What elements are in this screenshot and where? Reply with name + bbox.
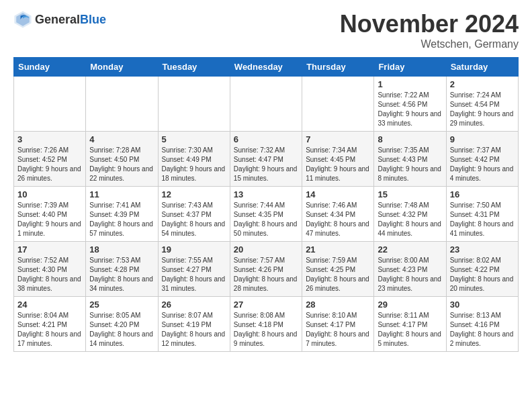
day-number: 12 [162,189,226,199]
calendar-week-2: 3Sunrise: 7:26 AM Sunset: 4:52 PM Daylig… [14,132,519,187]
calendar-table: Sunday Monday Tuesday Wednesday Thursday… [13,57,519,352]
table-row: 19Sunrise: 7:55 AM Sunset: 4:27 PM Dayli… [158,242,230,297]
day-info: Sunrise: 7:35 AM Sunset: 4:43 PM Dayligh… [378,146,442,183]
table-row: 15Sunrise: 7:48 AM Sunset: 4:32 PM Dayli… [374,187,446,242]
month-title: November 2024 [340,10,519,38]
table-row: 6Sunrise: 7:32 AM Sunset: 4:47 PM Daylig… [230,132,302,187]
table-row: 26Sunrise: 8:07 AM Sunset: 4:19 PM Dayli… [158,297,230,352]
day-number: 16 [450,189,515,199]
logo-text: General Blue [35,13,106,27]
page-container: General Blue November 2024 Wetschen, Ger… [0,0,532,359]
day-info: Sunrise: 7:55 AM Sunset: 4:27 PM Dayligh… [162,256,226,293]
day-info: Sunrise: 8:07 AM Sunset: 4:19 PM Dayligh… [162,311,226,349]
day-info: Sunrise: 7:53 AM Sunset: 4:28 PM Dayligh… [89,256,154,293]
day-info: Sunrise: 8:11 AM Sunset: 4:17 PM Dayligh… [378,311,442,349]
day-number: 5 [162,134,226,144]
day-number: 30 [450,300,515,310]
header-friday: Friday [374,58,446,77]
header-wednesday: Wednesday [230,58,302,77]
day-info: Sunrise: 7:59 AM Sunset: 4:25 PM Dayligh… [306,256,370,293]
calendar-week-3: 10Sunrise: 7:39 AM Sunset: 4:40 PM Dayli… [14,187,519,242]
table-row: 22Sunrise: 8:00 AM Sunset: 4:23 PM Dayli… [374,242,446,297]
day-number: 7 [306,134,370,144]
day-number: 23 [450,244,515,255]
day-info: Sunrise: 7:30 AM Sunset: 4:49 PM Dayligh… [162,146,226,183]
day-info: Sunrise: 7:57 AM Sunset: 4:26 PM Dayligh… [234,256,298,293]
table-row: 18Sunrise: 7:53 AM Sunset: 4:28 PM Dayli… [86,242,158,297]
day-info: Sunrise: 8:08 AM Sunset: 4:18 PM Dayligh… [234,311,298,349]
logo-icon [13,10,32,29]
table-row: 29Sunrise: 8:11 AM Sunset: 4:17 PM Dayli… [374,297,446,352]
day-info: Sunrise: 7:41 AM Sunset: 4:39 PM Dayligh… [89,201,154,238]
calendar-body: 1Sunrise: 7:22 AM Sunset: 4:56 PM Daylig… [14,77,519,352]
table-row: 8Sunrise: 7:35 AM Sunset: 4:43 PM Daylig… [374,132,446,187]
table-row: 20Sunrise: 7:57 AM Sunset: 4:26 PM Dayli… [230,242,302,297]
table-row: 4Sunrise: 7:28 AM Sunset: 4:50 PM Daylig… [86,132,158,187]
table-row: 28Sunrise: 8:10 AM Sunset: 4:17 PM Dayli… [302,297,374,352]
day-info: Sunrise: 7:28 AM Sunset: 4:50 PM Dayligh… [89,146,154,183]
day-info: Sunrise: 7:37 AM Sunset: 4:42 PM Dayligh… [450,146,515,183]
day-number: 19 [162,244,226,255]
table-row: 30Sunrise: 8:13 AM Sunset: 4:16 PM Dayli… [446,297,518,352]
table-row: 7Sunrise: 7:34 AM Sunset: 4:45 PM Daylig… [302,132,374,187]
day-number: 3 [17,134,82,144]
table-row [14,77,86,132]
day-info: Sunrise: 7:34 AM Sunset: 4:45 PM Dayligh… [306,146,370,183]
header: General Blue November 2024 Wetschen, Ger… [13,10,519,50]
table-row [86,77,158,132]
day-number: 1 [378,79,442,89]
day-number: 15 [378,189,442,199]
day-number: 14 [306,189,370,199]
day-number: 20 [234,244,298,255]
table-row: 11Sunrise: 7:41 AM Sunset: 4:39 PM Dayli… [86,187,158,242]
day-number: 8 [378,134,442,144]
day-info: Sunrise: 8:10 AM Sunset: 4:17 PM Dayligh… [306,311,370,349]
table-row: 10Sunrise: 7:39 AM Sunset: 4:40 PM Dayli… [14,187,86,242]
day-number: 4 [89,134,154,144]
table-row: 21Sunrise: 7:59 AM Sunset: 4:25 PM Dayli… [302,242,374,297]
day-number: 21 [306,244,370,255]
calendar-week-1: 1Sunrise: 7:22 AM Sunset: 4:56 PM Daylig… [14,77,519,132]
day-number: 29 [378,300,442,310]
day-number: 13 [234,189,298,199]
day-info: Sunrise: 8:04 AM Sunset: 4:21 PM Dayligh… [17,311,82,349]
table-row: 17Sunrise: 7:52 AM Sunset: 4:30 PM Dayli… [14,242,86,297]
day-number: 2 [450,79,515,89]
day-number: 24 [17,300,82,310]
day-info: Sunrise: 8:00 AM Sunset: 4:23 PM Dayligh… [378,256,442,293]
logo-general: General [35,13,80,27]
day-number: 26 [162,300,226,310]
table-row: 14Sunrise: 7:46 AM Sunset: 4:34 PM Dayli… [302,187,374,242]
table-row: 2Sunrise: 7:24 AM Sunset: 4:54 PM Daylig… [446,77,518,132]
table-row [158,77,230,132]
table-row: 27Sunrise: 8:08 AM Sunset: 4:18 PM Dayli… [230,297,302,352]
day-info: Sunrise: 7:24 AM Sunset: 4:54 PM Dayligh… [450,91,515,128]
header-thursday: Thursday [302,58,374,77]
calendar-week-4: 17Sunrise: 7:52 AM Sunset: 4:30 PM Dayli… [14,242,519,297]
day-number: 18 [89,244,154,255]
table-row: 23Sunrise: 8:02 AM Sunset: 4:22 PM Dayli… [446,242,518,297]
logo: General Blue [13,10,106,29]
calendar-header: Sunday Monday Tuesday Wednesday Thursday… [14,58,519,77]
table-row: 13Sunrise: 7:44 AM Sunset: 4:35 PM Dayli… [230,187,302,242]
table-row: 16Sunrise: 7:50 AM Sunset: 4:31 PM Dayli… [446,187,518,242]
day-number: 28 [306,300,370,310]
table-row: 25Sunrise: 8:05 AM Sunset: 4:20 PM Dayli… [86,297,158,352]
header-saturday: Saturday [446,58,518,77]
header-tuesday: Tuesday [158,58,230,77]
day-number: 10 [17,189,82,199]
day-info: Sunrise: 7:22 AM Sunset: 4:56 PM Dayligh… [378,91,442,128]
table-row: 24Sunrise: 8:04 AM Sunset: 4:21 PM Dayli… [14,297,86,352]
day-info: Sunrise: 8:05 AM Sunset: 4:20 PM Dayligh… [89,311,154,349]
day-info: Sunrise: 7:26 AM Sunset: 4:52 PM Dayligh… [17,146,82,183]
logo-blue: Blue [80,13,106,27]
table-row: 9Sunrise: 7:37 AM Sunset: 4:42 PM Daylig… [446,132,518,187]
table-row: 3Sunrise: 7:26 AM Sunset: 4:52 PM Daylig… [14,132,86,187]
day-info: Sunrise: 7:44 AM Sunset: 4:35 PM Dayligh… [234,201,298,238]
day-info: Sunrise: 8:13 AM Sunset: 4:16 PM Dayligh… [450,311,515,349]
day-info: Sunrise: 7:39 AM Sunset: 4:40 PM Dayligh… [17,201,82,238]
day-info: Sunrise: 7:48 AM Sunset: 4:32 PM Dayligh… [378,201,442,238]
day-number: 6 [234,134,298,144]
table-row: 1Sunrise: 7:22 AM Sunset: 4:56 PM Daylig… [374,77,446,132]
day-info: Sunrise: 7:32 AM Sunset: 4:47 PM Dayligh… [234,146,298,183]
